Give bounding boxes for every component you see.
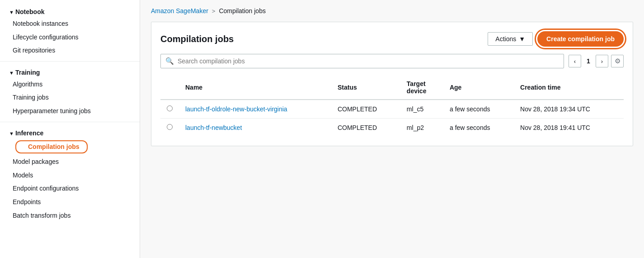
col-header-creation-time: Creation time: [514, 76, 624, 100]
row1-name-cell: launch-tf-oldrole-new-bucket-virginia: [179, 100, 331, 119]
sidebar-item-compilation-jobs[interactable]: Compilation jobs: [15, 140, 88, 154]
row1-name-link[interactable]: launch-tf-oldrole-new-bucket-virginia: [185, 105, 287, 113]
actions-dropdown-icon: ▼: [519, 35, 525, 43]
search-row: 🔍 ‹ 1 › ⚙: [160, 54, 624, 68]
prev-page-button[interactable]: ‹: [569, 55, 581, 67]
search-container: 🔍: [160, 54, 564, 68]
sidebar-item-endpoint-configurations[interactable]: Endpoint configurations: [0, 182, 140, 196]
sidebar-item-model-packages[interactable]: Model packages: [0, 155, 140, 169]
card-header: Compilation jobs Actions ▼ Create compil…: [160, 31, 624, 47]
breadcrumb-separator: >: [212, 8, 216, 14]
create-compilation-job-button[interactable]: Create compilation job: [537, 31, 624, 47]
search-input[interactable]: [178, 57, 559, 65]
col-header-status: Status: [331, 76, 400, 100]
row2-name-cell: launch-tf-newbucket: [179, 119, 331, 137]
row2-radio-input[interactable]: [167, 124, 173, 130]
row2-radio-cell: [160, 119, 179, 137]
pagination-controls: ‹ 1 › ⚙: [569, 55, 624, 67]
next-page-button[interactable]: ›: [596, 55, 608, 67]
compilation-jobs-table: Name Status Targetdevice Age Creation ti…: [160, 76, 624, 137]
sidebar-item-algorithms[interactable]: Algorithms: [0, 78, 140, 91]
row1-radio-input[interactable]: [167, 105, 173, 111]
sidebar-item-git-repositories[interactable]: Git repositories: [0, 44, 140, 57]
search-icon: 🔍: [165, 57, 174, 65]
sidebar-section-title-notebook[interactable]: Notebook: [0, 5, 140, 17]
card-title: Compilation jobs: [160, 34, 234, 44]
actions-button-label: Actions: [495, 35, 516, 43]
col-header-name: Name: [179, 76, 331, 100]
col-header-radio: [160, 76, 179, 100]
row1-target-device-cell: ml_c5: [400, 100, 443, 119]
sidebar: Notebook Notebook instances Lifecycle co…: [0, 0, 140, 258]
col-header-target-device: Targetdevice: [400, 76, 443, 100]
table-row: launch-tf-oldrole-new-bucket-virginia CO…: [160, 100, 624, 119]
sidebar-section-title-inference[interactable]: Inference: [0, 126, 140, 139]
sidebar-item-hyperparameter-tuning-jobs[interactable]: Hyperparameter tuning jobs: [0, 105, 140, 118]
sidebar-item-models[interactable]: Models: [0, 169, 140, 182]
main-content: Amazon SageMaker > Compilation jobs Comp…: [140, 0, 644, 258]
sidebar-item-batch-transform-jobs[interactable]: Batch transform jobs: [0, 209, 140, 223]
sidebar-item-notebook-instances[interactable]: Notebook instances: [0, 17, 140, 31]
table-header-row: Name Status Targetdevice Age Creation ti…: [160, 76, 624, 100]
sidebar-item-lifecycle-configurations[interactable]: Lifecycle configurations: [0, 31, 140, 44]
row2-status-cell: COMPLETED: [331, 119, 400, 137]
row2-age-cell: a few seconds: [443, 119, 514, 137]
sidebar-item-endpoints[interactable]: Endpoints: [0, 196, 140, 209]
table-settings-button[interactable]: ⚙: [611, 55, 624, 67]
sidebar-section-notebook: Notebook Notebook instances Lifecycle co…: [0, 5, 140, 57]
sidebar-section-inference: Inference Compilation jobs Model package…: [0, 126, 140, 223]
actions-button[interactable]: Actions ▼: [488, 32, 533, 46]
sidebar-section-training: Training Algorithms Training jobs Hyperp…: [0, 65, 140, 118]
sidebar-divider-2: [0, 122, 140, 122]
breadcrumb-parent-link[interactable]: Amazon SageMaker: [151, 7, 208, 14]
row2-target-device-cell: ml_p2: [400, 119, 443, 137]
sidebar-section-title-training[interactable]: Training: [0, 65, 140, 78]
row1-status-cell: COMPLETED: [331, 100, 400, 119]
sidebar-divider-1: [0, 61, 140, 62]
row2-creation-time-cell: Nov 28, 2018 19:41 UTC: [514, 119, 624, 137]
row1-radio-cell: [160, 100, 179, 119]
page-number: 1: [584, 57, 593, 65]
row2-name-link[interactable]: launch-tf-newbucket: [185, 124, 242, 131]
col-header-age: Age: [443, 76, 514, 100]
compilation-jobs-card: Compilation jobs Actions ▼ Create compil…: [151, 22, 633, 146]
breadcrumb: Amazon SageMaker > Compilation jobs: [151, 7, 633, 14]
header-actions: Actions ▼ Create compilation job: [488, 31, 624, 47]
sidebar-item-training-jobs[interactable]: Training jobs: [0, 91, 140, 105]
row1-creation-time-cell: Nov 28, 2018 19:34 UTC: [514, 100, 624, 119]
table-row: launch-tf-newbucket COMPLETED ml_p2 a fe…: [160, 119, 624, 137]
row1-age-cell: a few seconds: [443, 100, 514, 119]
breadcrumb-current: Compilation jobs: [219, 7, 266, 14]
